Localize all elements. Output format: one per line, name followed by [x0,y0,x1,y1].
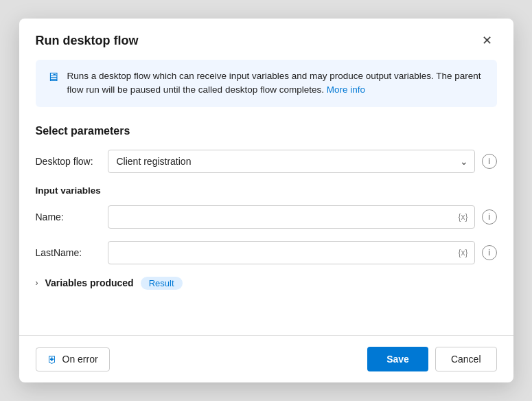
desktop-flow-select[interactable]: Client registration [108,150,475,173]
lastname-input-wrapper: {x} [108,241,475,264]
result-badge: Result [141,277,183,290]
lastname-info-icon[interactable]: i [482,245,497,260]
lastname-row: LastName: {x} i [36,241,497,264]
variables-produced-label: Variables produced [45,277,134,288]
run-desktop-flow-dialog: Run desktop flow ✕ 🖥 Runs a desktop flow… [19,19,513,382]
desktop-flow-row: Desktop flow: Client registration ⌄ i [36,150,497,173]
close-button[interactable]: ✕ [478,31,497,50]
desktop-flow-input-wrapper: Client registration ⌄ [108,150,475,173]
name-info-icon[interactable]: i [482,209,497,225]
dialog-body: Select parameters Desktop flow: Client r… [19,114,513,326]
desktop-flow-label: Desktop flow: [36,156,101,167]
close-icon: ✕ [482,33,492,48]
chevron-right-icon[interactable]: › [36,278,38,288]
variables-produced-row: › Variables produced Result [36,277,497,290]
desktop-flow-info-icon[interactable]: i [482,154,497,169]
info-banner-text: Runs a desktop flow which can receive in… [67,69,486,98]
input-variables-title: Input variables [36,185,497,196]
dialog-header: Run desktop flow ✕ [19,19,513,60]
dialog-title: Run desktop flow [36,34,139,48]
on-error-button[interactable]: ⛨ On error [36,347,110,371]
footer-actions: Save Cancel [367,347,496,371]
on-error-label: On error [62,354,98,365]
name-label: Name: [36,211,101,222]
dialog-footer: ⛨ On error Save Cancel [19,336,513,382]
shield-icon: ⛨ [47,354,58,365]
lastname-input[interactable] [108,241,475,264]
lastname-label: LastName: [36,247,101,258]
info-banner: 🖥 Runs a desktop flow which can receive … [36,60,497,107]
name-input[interactable] [108,205,475,229]
save-button[interactable]: Save [367,347,428,371]
section-title: Select parameters [36,125,497,137]
name-input-wrapper: {x} [108,205,475,229]
monitor-icon: 🖥 [47,70,59,84]
more-info-link[interactable]: More info [327,84,365,95]
cancel-button[interactable]: Cancel [435,347,497,371]
name-row: Name: {x} i [36,205,497,229]
